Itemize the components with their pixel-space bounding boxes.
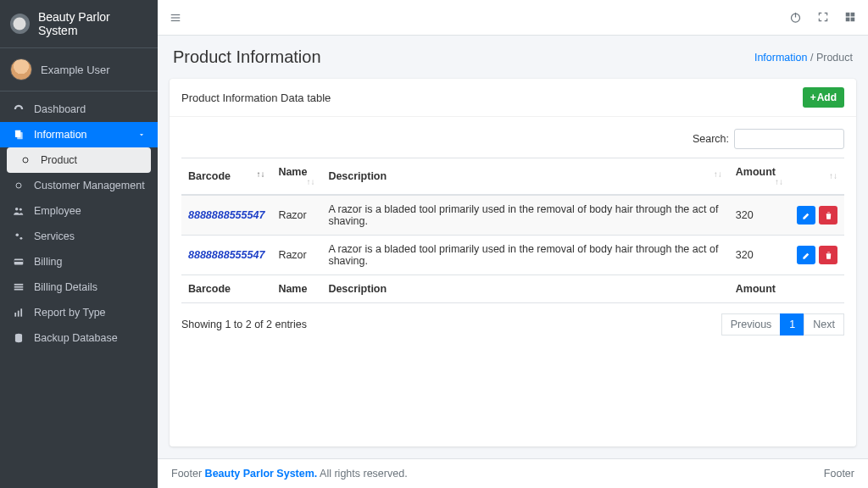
sidebar-item-label: Employee [34, 205, 81, 217]
cell-amount: 320 [729, 236, 790, 275]
table-footer: Showing 1 to 2 of 2 entries Previous 1 N… [181, 313, 844, 336]
add-button[interactable]: +Add [803, 87, 844, 108]
breadcrumb-current: Product [816, 52, 853, 64]
fcol-name: Name [271, 275, 321, 303]
svg-rect-15 [18, 311, 19, 317]
fcol-barcode: Barcode [181, 275, 271, 303]
sidebar-item-customer[interactable]: Customer Management [0, 173, 158, 198]
topbar [158, 0, 868, 36]
power-icon[interactable] [789, 11, 802, 24]
delete-button[interactable] [819, 206, 837, 225]
svg-rect-14 [14, 313, 16, 317]
user-name: Example User [41, 64, 110, 76]
cell-desc: A razor is a bladed tool primarily used … [321, 236, 728, 275]
sidebar-item-product[interactable]: Product [7, 147, 151, 173]
sidebar-item-employee[interactable]: Employee [0, 198, 158, 224]
footer: Footer Beauty Parlor System. All rights … [158, 458, 868, 488]
sort-icon: ↑↓ [775, 178, 783, 186]
svg-rect-23 [846, 13, 850, 17]
table-row: 8888888555547 Razor A razor is a bladed … [181, 195, 844, 236]
nav: Dashboard Information Product Customer M… [0, 92, 158, 356]
svg-rect-13 [14, 289, 24, 291]
sidebar-item-dashboard[interactable]: Dashboard [0, 97, 158, 122]
menu-toggle-icon[interactable] [170, 12, 181, 24]
main: Product Information Information / Produc… [158, 0, 868, 488]
edit-button[interactable] [797, 246, 815, 264]
col-amount[interactable]: Amount↑↓ [729, 158, 790, 196]
svg-rect-12 [14, 286, 24, 288]
avatar [10, 58, 32, 80]
user-panel[interactable]: Example User [0, 48, 158, 92]
sort-icon: ↑↓ [306, 178, 314, 186]
sidebar: Beauty Parlor System Example User Dashbo… [0, 0, 158, 488]
card-title: Product Information Data table [181, 92, 331, 104]
footer-brand[interactable]: Beauty Parlor System. [205, 468, 318, 480]
fcol-amount: Amount [729, 275, 790, 303]
svg-point-5 [15, 208, 19, 211]
pager-prev[interactable]: Previous [721, 313, 782, 336]
svg-rect-11 [14, 284, 24, 286]
brand-title: Beauty Parlor System [38, 10, 147, 37]
grid-icon[interactable] [844, 11, 856, 24]
sort-icon: ↑↓ [714, 170, 722, 179]
sidebar-item-billing[interactable]: Billing [0, 249, 158, 274]
svg-rect-26 [851, 18, 855, 22]
plus-icon: + [810, 92, 816, 103]
svg-rect-19 [171, 17, 181, 18]
fullscreen-icon[interactable] [817, 11, 829, 24]
sidebar-item-label: Report by Type [34, 307, 106, 319]
pager: Previous 1 Next [722, 313, 844, 336]
col-barcode[interactable]: Barcode↑↓ [181, 158, 271, 196]
sidebar-item-services[interactable]: Services [0, 224, 158, 249]
sidebar-item-label: Product [41, 154, 77, 166]
barcode-link[interactable]: 8888888555547 [188, 249, 264, 261]
pager-page-1[interactable]: 1 [780, 313, 804, 336]
sidebar-item-label: Services [34, 230, 75, 242]
dashboard-icon [12, 103, 25, 115]
table-info: Showing 1 to 2 of 2 entries [181, 319, 307, 330]
svg-point-4 [16, 183, 21, 188]
breadcrumb-sep: / [810, 52, 816, 64]
svg-point-3 [23, 158, 28, 163]
sidebar-item-information[interactable]: Information [0, 122, 158, 147]
edit-button[interactable] [797, 206, 815, 225]
col-desc[interactable]: Description↑↓ [321, 158, 728, 196]
cell-name: Razor [271, 195, 321, 236]
col-actions: ↑↓ [790, 158, 844, 196]
svg-rect-25 [846, 18, 850, 22]
delete-button[interactable] [819, 246, 837, 264]
pager-next[interactable]: Next [804, 313, 844, 336]
card-header: Product Information Data table +Add [170, 79, 856, 117]
sidebar-item-billing-details[interactable]: Billing Details [0, 274, 158, 300]
fcol-actions [790, 275, 844, 303]
svg-rect-10 [14, 260, 24, 262]
svg-rect-24 [851, 13, 855, 17]
users-icon [12, 205, 25, 217]
sidebar-item-label: Billing [34, 256, 62, 268]
cell-amount: 320 [729, 195, 790, 236]
svg-rect-18 [171, 14, 181, 14]
product-table: Barcode↑↓ Name↑↓ Description↑↓ Amount↑↓ … [181, 158, 844, 303]
sidebar-item-backup[interactable]: Backup Database [0, 325, 158, 351]
search-input[interactable] [734, 129, 844, 149]
copy-icon [12, 129, 25, 141]
sidebar-item-report[interactable]: Report by Type [0, 300, 158, 325]
cogs-icon [12, 230, 25, 242]
barcode-link[interactable]: 8888888555547 [188, 209, 264, 221]
svg-point-0 [14, 18, 26, 30]
chart-icon [12, 307, 25, 319]
content-header: Product Information Information / Produc… [158, 36, 868, 79]
search-label: Search: [693, 133, 729, 145]
fcol-desc: Description [321, 275, 728, 303]
col-name[interactable]: Name↑↓ [271, 158, 321, 196]
credit-icon [12, 256, 25, 268]
search-row: Search: [181, 129, 844, 149]
svg-rect-2 [17, 132, 22, 139]
svg-point-6 [19, 208, 22, 211]
svg-rect-20 [171, 19, 181, 20]
cell-name: Razor [271, 236, 321, 275]
breadcrumb: Information / Product [754, 52, 853, 64]
sidebar-item-label: Information [34, 129, 87, 141]
brand[interactable]: Beauty Parlor System [0, 0, 158, 48]
breadcrumb-parent[interactable]: Information [754, 52, 808, 64]
